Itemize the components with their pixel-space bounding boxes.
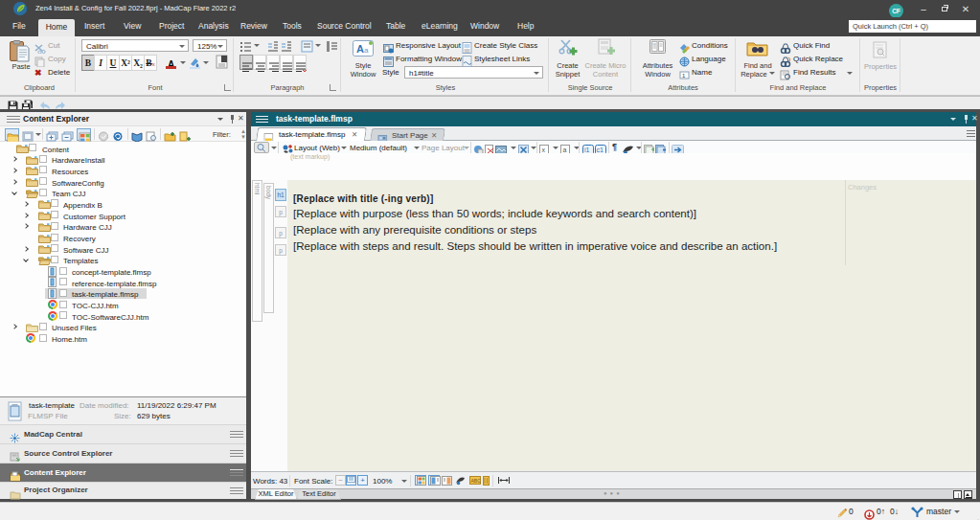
svg-text:a: a (563, 147, 567, 153)
svg-text:ABC: ABC (471, 477, 482, 483)
svg-text:x: x (542, 147, 546, 153)
svg-text:c1: c1 (597, 147, 604, 153)
svg-text:i1: i1 (584, 147, 590, 153)
svg-text:a: a (364, 46, 369, 55)
svg-text:A: A (356, 43, 364, 55)
